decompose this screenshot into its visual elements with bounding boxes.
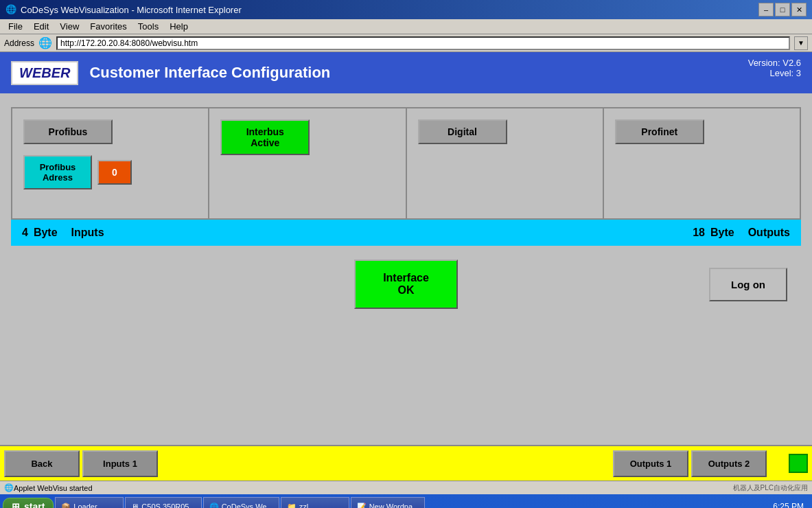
- bottom-toolbar: Back Inputs 1 Outputs 1 Outputs 2: [0, 445, 812, 481]
- folder-icon: 📁: [287, 503, 297, 509]
- menu-bar: File Edit View Favorites Tools Help: [0, 19, 812, 34]
- outputs-count: 18: [693, 227, 705, 239]
- interbus-active-button[interactable]: Interbus Active: [220, 119, 310, 155]
- minimize-button[interactable]: –: [758, 3, 774, 16]
- address-input[interactable]: [56, 36, 790, 50]
- logon-area: Log on: [650, 268, 787, 301]
- title-bar: 🌐 CoDeSys WebVisualization - Microsoft I…: [0, 0, 812, 19]
- address-bar: Address 🌐 ▼: [0, 34, 812, 52]
- action-area: Interface OK Log on: [11, 246, 801, 316]
- app-title: Customer Interface Configuration: [89, 64, 330, 82]
- inputs-unit: Byte: [34, 227, 58, 239]
- outputs-unit: Byte: [710, 227, 734, 239]
- digital-panel: Digital: [407, 108, 604, 218]
- taskbar: ⊞ start 📦 Loader 🖥 C50S 350R05... 🌐 CoDe…: [0, 494, 812, 508]
- weber-logo: WEBER: [11, 61, 78, 85]
- logon-button[interactable]: Log on: [709, 268, 787, 301]
- level-text: Level: 3: [748, 68, 801, 78]
- profibus-address-row: Profibus Adress 0: [23, 155, 132, 189]
- interbus-panel: Interbus Active: [209, 108, 406, 218]
- menu-file[interactable]: File: [3, 20, 28, 33]
- window-title: CoDeSys WebVisualization - Microsoft Int…: [21, 5, 758, 15]
- wordpad-icon: 📝: [357, 503, 367, 509]
- address-icon: 🌐: [38, 36, 52, 49]
- profibus-address-label[interactable]: Profibus Adress: [23, 155, 92, 189]
- app-area: WEBER Customer Interface Configuration V…: [0, 52, 812, 445]
- inputs-label: Inputs: [71, 227, 104, 239]
- app-header: WEBER Customer Interface Configuration V…: [0, 52, 812, 93]
- green-indicator: [789, 454, 808, 473]
- profinet-button[interactable]: Profinet: [615, 119, 704, 144]
- taskbar-zzl[interactable]: 📁 zzl: [281, 497, 349, 508]
- profinet-panel: Profinet: [604, 108, 800, 218]
- back-button[interactable]: Back: [4, 450, 80, 477]
- browser-status-bar: 🌐 Applet WebVisu started 机器人及PLC自动化应用: [0, 481, 812, 494]
- weixin-watermark: 机器人及PLC自动化应用: [733, 483, 808, 493]
- profibus-address-value[interactable]: 0: [97, 160, 132, 185]
- ie-icon: 🌐: [5, 4, 16, 15]
- taskbar-loader[interactable]: 📦 Loader: [55, 497, 124, 508]
- main-content: Profibus Profibus Adress 0 Interbus Acti…: [0, 93, 812, 445]
- panels-row: Profibus Profibus Adress 0 Interbus Acti…: [11, 107, 801, 220]
- interface-ok-button[interactable]: Interface OK: [354, 259, 458, 309]
- window-controls: – □ ✕: [758, 3, 807, 16]
- browser-status-icon: 🌐: [4, 483, 14, 492]
- taskbar-wordpad[interactable]: 📝 New Wordpa...: [351, 497, 426, 508]
- outputs2-button[interactable]: Outputs 2: [691, 450, 767, 477]
- loader-icon: 📦: [61, 503, 71, 509]
- menu-edit[interactable]: Edit: [28, 20, 54, 33]
- c50s-icon: 🖥: [131, 503, 139, 508]
- address-label: Address: [4, 38, 34, 48]
- close-button[interactable]: ✕: [791, 3, 807, 16]
- start-button[interactable]: ⊞ start: [3, 498, 54, 508]
- address-dropdown-arrow[interactable]: ▼: [794, 36, 808, 50]
- start-label: start: [24, 501, 45, 508]
- profibus-panel: Profibus Profibus Adress 0: [12, 108, 209, 218]
- taskbar-codesys[interactable]: 🌐 CoDeSys We...: [203, 497, 279, 508]
- taskbar-c50s[interactable]: 🖥 C50S 350R05...: [125, 497, 201, 508]
- browser-status-text: Applet WebVisu started: [14, 484, 93, 492]
- profibus-button[interactable]: Profibus: [23, 119, 113, 144]
- inputs1-button[interactable]: Inputs 1: [82, 450, 158, 477]
- digital-button[interactable]: Digital: [418, 119, 507, 144]
- interface-ok-center: Interface OK: [162, 259, 650, 309]
- version-text: Version: V2.6: [748, 58, 801, 68]
- windows-icon: ⊞: [12, 501, 20, 508]
- menu-help[interactable]: Help: [164, 20, 194, 33]
- menu-view[interactable]: View: [54, 20, 84, 33]
- outputs1-button[interactable]: Outputs 1: [613, 450, 688, 477]
- menu-tools[interactable]: Tools: [132, 20, 164, 33]
- outputs-label: Outputs: [748, 227, 790, 239]
- inputs-count: 4: [22, 227, 28, 239]
- codesys-icon: 🌐: [209, 503, 219, 509]
- taskbar-time: 6:25 PM: [767, 502, 809, 508]
- menu-favorites[interactable]: Favorites: [84, 20, 132, 33]
- version-info: Version: V2.6 Level: 3: [748, 58, 801, 78]
- io-status-bar: 4 Byte Inputs 18 Byte Outputs: [11, 220, 801, 246]
- maximize-button[interactable]: □: [775, 3, 790, 16]
